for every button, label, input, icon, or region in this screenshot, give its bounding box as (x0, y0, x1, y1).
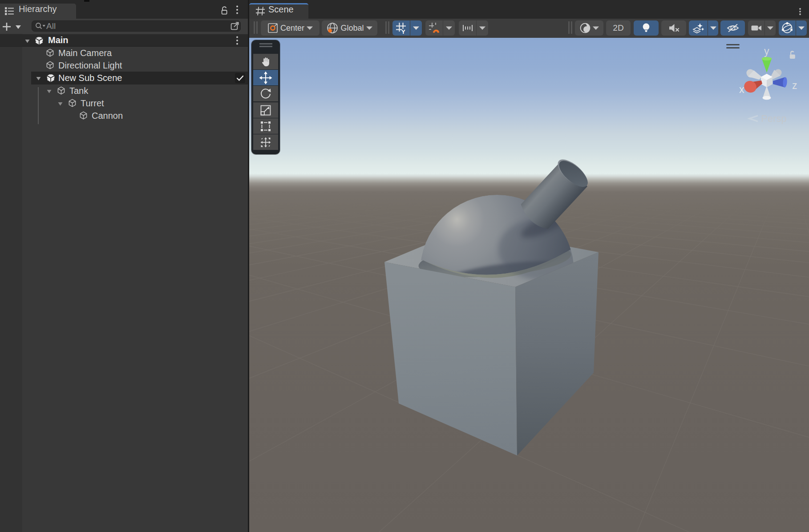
svg-text:Persp: Persp (761, 113, 786, 124)
svg-text:y: y (764, 45, 769, 57)
svg-text:Y: Y (401, 28, 405, 34)
svg-text:x: x (739, 84, 744, 95)
svg-text:z: z (792, 80, 797, 91)
